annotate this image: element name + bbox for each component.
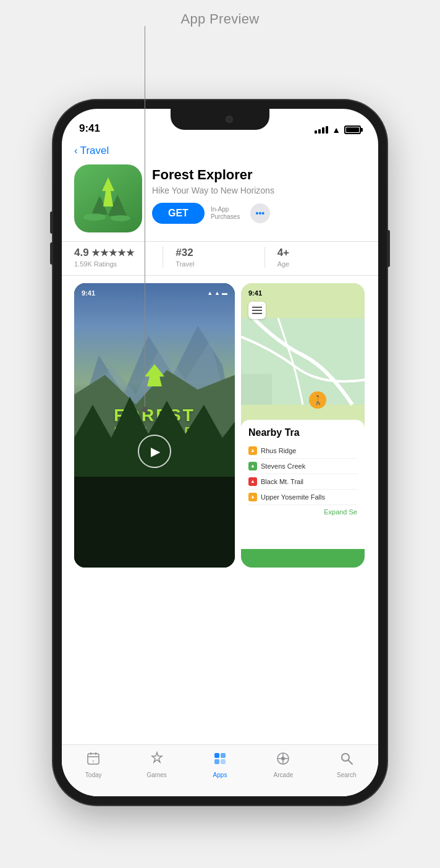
search-icon <box>339 751 354 770</box>
phone-screen: 9:41 ▲ ‹ <box>62 109 378 796</box>
status-time: 9:41 <box>79 122 100 135</box>
app-header: Forest Explorer Hike Your Way to New Hor… <box>62 160 378 241</box>
apps-icon <box>213 751 227 770</box>
tab-arcade-label: Arcade <box>274 772 294 778</box>
star-rating: ★ ★ ★ ★ ★ <box>91 247 134 258</box>
screenshots-area: 9:41 ▲ ▲ ▬ <box>62 276 378 575</box>
app-info: Forest Explorer Hike Your Way to New Hor… <box>152 164 366 224</box>
in-app-label: In-App Purchases <box>211 206 242 221</box>
app-content: ‹ Travel <box>62 140 378 796</box>
app-subtitle: Hike Your Way to New Horizons <box>152 185 366 196</box>
rating-label: 1.59K Ratings <box>74 260 117 268</box>
svg-marker-12 <box>74 477 235 550</box>
svg-text:T: T <box>92 760 95 764</box>
tab-bar: T Today Games <box>62 744 378 796</box>
back-chevron-icon: ‹ <box>74 145 78 157</box>
svg-rect-14 <box>241 374 272 405</box>
power-button[interactable] <box>387 230 390 267</box>
tab-arcade[interactable]: Arcade <box>252 751 315 778</box>
rank-stat: #32 Travel <box>163 247 264 268</box>
svg-marker-4 <box>102 177 114 206</box>
rating-value: 4.9 ★ ★ ★ ★ ★ <box>74 247 134 259</box>
svg-point-5 <box>83 213 106 221</box>
trail-dot-1: ▲ <box>248 462 257 470</box>
svg-rect-15 <box>252 307 262 308</box>
front-trees <box>74 477 235 568</box>
map-status: 9:41 <box>248 289 357 297</box>
nearby-title: Nearby Tra <box>248 427 357 438</box>
rank-value: #32 <box>176 247 193 259</box>
svg-point-28 <box>281 757 285 760</box>
app-icon-svg <box>82 172 135 225</box>
svg-point-33 <box>342 754 349 761</box>
tab-games[interactable]: Games <box>125 751 188 778</box>
mini-wifi-icon: ▲ <box>214 290 220 296</box>
app-actions: GET In-App Purchases ••• <box>152 203 366 224</box>
get-button[interactable]: GET <box>152 203 205 224</box>
svg-rect-17 <box>252 313 262 314</box>
trail-dot-2: ▲ <box>248 477 257 486</box>
screenshot-map[interactable]: 9:41 🚶 <box>241 283 365 568</box>
tab-today[interactable]: T Today <box>62 751 125 778</box>
tab-games-label: Games <box>146 772 166 778</box>
rating-stat: 4.9 ★ ★ ★ ★ ★ 1.59K Ratings <box>74 247 163 268</box>
back-label: Travel <box>80 145 109 157</box>
forest-tree-icon <box>74 363 235 391</box>
app-icon <box>74 164 142 232</box>
arcade-icon <box>276 751 290 770</box>
tab-apps[interactable]: Apps <box>188 751 252 778</box>
svg-rect-16 <box>252 310 262 311</box>
svg-marker-10 <box>145 364 164 386</box>
tab-search-label: Search <box>337 772 357 778</box>
mini-signal-icon: ▲ <box>207 290 213 296</box>
volume-up-button[interactable] <box>50 211 53 234</box>
front-camera <box>226 116 233 123</box>
trail-item-0: ▲ Rhus Ridge <box>248 443 357 459</box>
status-icons: ▲ <box>315 125 361 135</box>
rank-label: Travel <box>176 260 194 268</box>
outer-container: App Preview 9:41 <box>0 0 440 868</box>
play-button[interactable]: ▶ <box>138 435 171 468</box>
age-value: 4+ <box>277 247 289 259</box>
svg-rect-26 <box>221 759 226 764</box>
app-name: Forest Explorer <box>152 167 366 183</box>
trail-item-1: ▲ Stevens Creek <box>248 459 357 474</box>
phone-frame: 9:41 ▲ ‹ <box>53 100 387 805</box>
expand-link[interactable]: Expand Se <box>248 508 357 516</box>
screenshot-status: 9:41 ▲ ▲ ▬ <box>82 289 227 297</box>
svg-line-34 <box>349 760 352 764</box>
svg-rect-24 <box>221 753 226 758</box>
age-label: Age <box>277 260 290 268</box>
tab-today-label: Today <box>85 772 102 778</box>
annotation-line <box>145 26 145 409</box>
trail-item-3: ▲ Upper Yosemite Falls <box>248 490 357 505</box>
tab-search[interactable]: Search <box>315 751 378 778</box>
nearby-panel: Nearby Tra ▲ Rhus Ridge ▲ Stevens Creek <box>241 420 365 568</box>
trail-dot-3: ▲ <box>248 493 257 501</box>
screenshot-forest[interactable]: 9:41 ▲ ▲ ▬ <box>74 283 235 568</box>
svg-point-6 <box>111 215 130 221</box>
trail-dot-0: ▲ <box>248 446 257 455</box>
more-options-button[interactable]: ••• <box>250 203 270 223</box>
annotation-label: App Preview <box>181 11 260 27</box>
hiker-marker: 🚶 <box>309 391 326 409</box>
bottom-bar <box>241 549 365 568</box>
stats-row: 4.9 ★ ★ ★ ★ ★ 1.59K Ratings #32 <box>62 241 378 276</box>
volume-down-button[interactable] <box>50 242 53 265</box>
wifi-icon: ▲ <box>332 125 341 135</box>
signal-icon <box>315 126 328 134</box>
trail-item-2: ▲ Black Mt. Trail <box>248 474 357 490</box>
notch <box>171 109 269 130</box>
svg-rect-25 <box>214 759 219 764</box>
map-control-button[interactable] <box>248 302 266 319</box>
battery-icon <box>344 126 361 134</box>
svg-rect-23 <box>214 753 219 758</box>
today-icon: T <box>86 751 101 770</box>
back-nav[interactable]: ‹ Travel <box>62 140 378 160</box>
annotation-dot <box>142 407 148 412</box>
tab-apps-label: Apps <box>213 772 227 778</box>
mini-battery-icon: ▬ <box>222 290 227 296</box>
age-stat: 4+ Age <box>264 247 366 268</box>
games-icon <box>150 751 164 770</box>
